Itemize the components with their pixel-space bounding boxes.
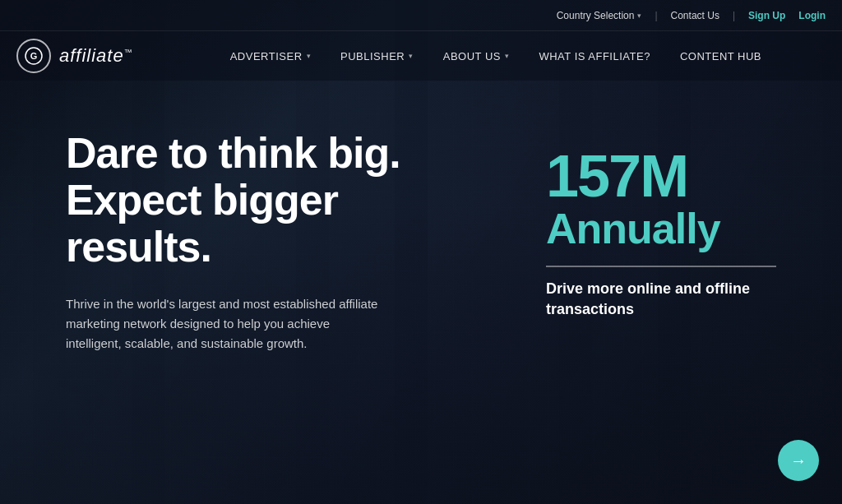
separator-1: | bbox=[655, 10, 657, 21]
top-bar-links: Country Selection ▾ | Contact Us | Sign … bbox=[557, 10, 826, 21]
nav-links: ADVERTISER ▾ PUBLISHER ▾ ABOUT US ▾ WHAT… bbox=[166, 44, 826, 69]
nav-label-content-hub: CONTENT HUB bbox=[680, 50, 761, 62]
arrow-right-icon: → bbox=[790, 451, 807, 470]
hero-headline: Dare to think big. Expect bigger results… bbox=[66, 130, 460, 271]
stat-description: Drive more online and offline transactio… bbox=[546, 279, 776, 320]
nav-label-publisher: PUBLISHER bbox=[340, 50, 405, 62]
hero-left: Dare to think big. Expect bigger results… bbox=[66, 130, 460, 354]
contact-us-label: Contact Us bbox=[671, 10, 719, 21]
stat-divider bbox=[546, 266, 776, 267]
signup-label: Sign Up bbox=[748, 10, 785, 21]
hero-subtext: Thrive in the world's largest and most e… bbox=[66, 294, 378, 354]
separator-2: | bbox=[733, 10, 735, 21]
nav-label-advertiser: ADVERTISER bbox=[230, 50, 303, 62]
nav-label-about: ABOUT US bbox=[443, 50, 501, 62]
logo-tm: ™ bbox=[124, 48, 133, 57]
login-link[interactable]: Login bbox=[798, 10, 826, 21]
nav-label-what-is-affiliate: WHAT IS AFFILIATE? bbox=[539, 50, 650, 62]
hero-right: 157M Annually Drive more online and offl… bbox=[546, 130, 776, 321]
stat-number: 157M bbox=[546, 146, 776, 206]
svg-text:G: G bbox=[30, 51, 38, 61]
stat-period: Annually bbox=[546, 206, 776, 252]
hero-content: Dare to think big. Expect bigger results… bbox=[0, 81, 842, 504]
nav-item-what-is-affiliate[interactable]: WHAT IS AFFILIATE? bbox=[524, 44, 664, 69]
logo-area: G affiliate™ bbox=[16, 39, 133, 73]
country-selection-link[interactable]: Country Selection ▾ bbox=[557, 10, 642, 21]
logo-icon: G bbox=[16, 39, 51, 73]
contact-us-link[interactable]: Contact Us bbox=[671, 10, 719, 21]
nav-item-publisher[interactable]: PUBLISHER ▾ bbox=[326, 44, 428, 69]
hero-section: Country Selection ▾ | Contact Us | Sign … bbox=[0, 0, 842, 504]
nav-item-about[interactable]: ABOUT US ▾ bbox=[428, 44, 525, 69]
top-bar: Country Selection ▾ | Contact Us | Sign … bbox=[0, 0, 842, 31]
logo-wordmark: affiliate bbox=[59, 45, 124, 66]
login-label: Login bbox=[798, 10, 826, 21]
chevron-down-icon-about: ▾ bbox=[505, 52, 510, 60]
signup-link[interactable]: Sign Up bbox=[748, 10, 785, 21]
chevron-down-icon-advertiser: ▾ bbox=[307, 52, 312, 60]
nav-item-advertiser[interactable]: ADVERTISER ▾ bbox=[215, 44, 326, 69]
chevron-down-icon-publisher: ▾ bbox=[409, 52, 414, 60]
nav-item-content-hub[interactable]: CONTENT HUB bbox=[665, 44, 776, 69]
main-nav: G affiliate™ ADVERTISER ▾ PUBLISHER ▾ AB… bbox=[0, 31, 842, 81]
logo-text: affiliate™ bbox=[59, 45, 133, 67]
chevron-down-icon: ▾ bbox=[637, 12, 641, 20]
country-selection-label: Country Selection bbox=[557, 10, 635, 21]
next-arrow-button[interactable]: → bbox=[778, 440, 819, 481]
